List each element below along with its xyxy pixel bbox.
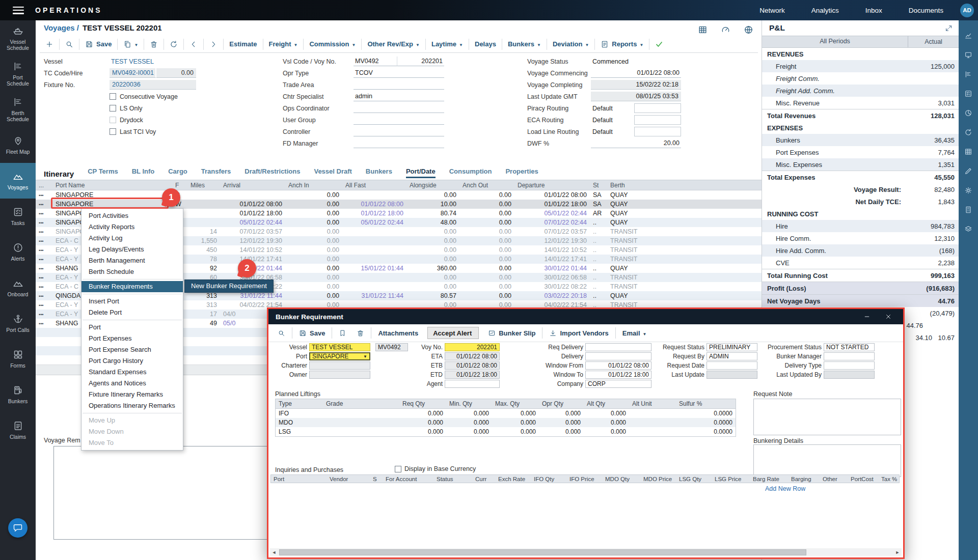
checkbox-row[interactable]: Last TCI Voy <box>110 126 178 137</box>
field-value-2[interactable]: 202201 <box>397 57 444 66</box>
delays-button[interactable]: Delays <box>469 39 502 50</box>
panel-refresh-icon[interactable] <box>964 128 972 136</box>
field-value[interactable]: Commenced <box>591 57 681 66</box>
itinerary-tab[interactable]: Properties <box>505 167 538 178</box>
row-menu-button[interactable] <box>36 274 52 281</box>
itinerary-tab[interactable]: BL Info <box>132 167 155 178</box>
field-value[interactable]: MV0492-I0001 <box>110 68 156 78</box>
laytime-menu[interactable]: Laytime <box>426 39 469 50</box>
close-icon[interactable] <box>885 313 892 320</box>
context-menu-item[interactable]: Agents and Notices <box>82 378 183 389</box>
bunker-slip-button[interactable]: Bunker Slip <box>483 327 542 339</box>
sidebar-item-forms[interactable]: Forms <box>0 341 36 377</box>
field-input[interactable]: 01/01/22 08:00 <box>585 361 651 370</box>
minimize-icon[interactable] <box>863 313 871 320</box>
row-menu-button[interactable] <box>36 283 52 290</box>
field-value[interactable]: 08/01/25 03:53 <box>591 92 681 101</box>
modal-note-button[interactable] <box>334 327 351 339</box>
field-aux-input[interactable]: MV0492 <box>375 343 408 351</box>
field-input[interactable] <box>707 371 757 379</box>
context-menu-item[interactable]: Port Activities <box>82 210 183 221</box>
freight-menu[interactable]: Freight <box>263 39 304 50</box>
field-input[interactable]: CORP <box>585 380 651 388</box>
field-value-2[interactable] <box>634 127 681 136</box>
itinerary-tab[interactable]: Transfers <box>201 167 231 178</box>
sidebar-item-bunkers[interactable]: Bunkers <box>0 377 36 412</box>
accept-alert-button[interactable]: Accept Alert <box>427 327 479 339</box>
context-menu-item[interactable] <box>82 318 183 322</box>
row-menu-button[interactable] <box>36 246 52 254</box>
checkbox[interactable] <box>395 466 401 472</box>
copy-button[interactable] <box>118 39 144 50</box>
context-menu-item[interactable]: Standard Expenses <box>82 367 183 378</box>
validated-check-icon[interactable] <box>649 39 669 50</box>
field-value[interactable] <box>354 127 444 136</box>
field-input[interactable] <box>445 380 500 388</box>
field-value[interactable]: 20.00 <box>591 138 681 148</box>
dropdown-caret-icon[interactable] <box>363 354 367 359</box>
modal-delete-button[interactable] <box>351 327 371 339</box>
field-input[interactable]: 01/01/22 18:00 <box>445 371 500 379</box>
sidebar-item-tasks[interactable]: Tasks <box>0 199 36 234</box>
field-value[interactable]: Default <box>591 103 634 113</box>
dashboard-gauge-icon[interactable] <box>721 25 730 35</box>
row-menu-button[interactable] <box>36 228 52 235</box>
context-menu-item[interactable]: Move To <box>82 437 183 449</box>
field-input[interactable] <box>824 361 875 370</box>
row-menu-button[interactable] <box>36 256 52 263</box>
field-value[interactable]: TEST VESSEL <box>110 57 196 66</box>
scroll-right-icon[interactable] <box>893 550 902 555</box>
field-input[interactable] <box>309 361 370 370</box>
save-button[interactable]: Save <box>79 39 118 50</box>
bunkering-details-textarea[interactable] <box>753 444 901 477</box>
row-menu-button[interactable] <box>36 265 52 272</box>
itinerary-tab[interactable]: Cargo <box>168 167 187 178</box>
pnl-period-header[interactable]: All Periods <box>762 36 908 47</box>
panel-pie-icon[interactable] <box>964 109 972 117</box>
scroll-left-icon[interactable] <box>270 550 278 555</box>
search-button[interactable] <box>60 39 79 50</box>
field-value[interactable]: admin <box>354 92 444 101</box>
context-menu-item[interactable] <box>82 411 183 415</box>
field-input[interactable]: PRELIMINARY <box>707 343 757 351</box>
checkbox[interactable] <box>110 105 116 111</box>
panel-grid-icon[interactable] <box>964 148 972 156</box>
commission-menu[interactable]: Commission <box>304 39 362 50</box>
deviation-menu[interactable]: Deviation <box>547 39 595 50</box>
field-value-2[interactable] <box>634 115 681 125</box>
checkbox-row[interactable]: Drydock <box>110 114 178 126</box>
field-input[interactable]: ADMIN <box>707 352 757 360</box>
delete-button[interactable] <box>144 39 164 50</box>
context-menu-item[interactable]: Insert Port <box>82 296 183 307</box>
context-menu-item[interactable]: Berth Management <box>82 255 183 266</box>
field-input[interactable]: 202201 <box>445 343 500 351</box>
refresh-button[interactable] <box>164 39 184 50</box>
field-input[interactable]: TEST VESSEL <box>309 343 370 351</box>
checkbox-row[interactable]: LS Only <box>110 102 178 114</box>
field-value-2[interactable] <box>634 103 681 113</box>
context-menu-item[interactable]: Port Expenses <box>82 333 183 344</box>
row-menu-button[interactable] <box>36 292 52 299</box>
row-menu-button[interactable] <box>36 301 52 309</box>
other-rev-exp-menu[interactable]: Other Rev/Exp <box>362 39 426 50</box>
scrollbar-thumb[interactable] <box>279 549 806 555</box>
context-menu-item[interactable]: Port Cargo History <box>82 355 183 367</box>
field-input[interactable]: 01/01/22 18:00 <box>585 371 651 379</box>
field-value[interactable]: MV0492 <box>354 57 397 66</box>
menu-icon[interactable] <box>13 7 24 14</box>
sidebar-item-port-schedule[interactable]: Port Schedule <box>0 56 36 92</box>
globe-icon[interactable] <box>744 25 753 35</box>
itinerary-tab[interactable]: Vessel Draft <box>314 167 351 178</box>
lifting-row[interactable]: IFO 0.000 0.000 0.000 0.000 0.000 0.0000 <box>276 409 736 418</box>
context-menu-item[interactable]: Activity Reports <box>82 221 183 233</box>
panel-line-chart-icon[interactable] <box>964 32 972 40</box>
context-menu-item[interactable]: Bunker Requirements <box>82 281 183 292</box>
context-menu-item[interactable]: Leg Delays/Events <box>82 244 183 255</box>
lifting-row[interactable]: MDO 0.000 0.000 0.000 0.000 0.000 0.0000 <box>276 418 736 427</box>
sidebar-item-claims[interactable]: Claims <box>0 412 36 448</box>
panel-layers-icon[interactable] <box>964 225 972 233</box>
row-menu-button[interactable] <box>36 210 52 217</box>
field-input[interactable] <box>585 352 651 360</box>
context-menu-item[interactable]: Fixture Itinerary Remarks <box>82 389 183 400</box>
itinerary-tab[interactable]: CP Terms <box>88 167 118 178</box>
